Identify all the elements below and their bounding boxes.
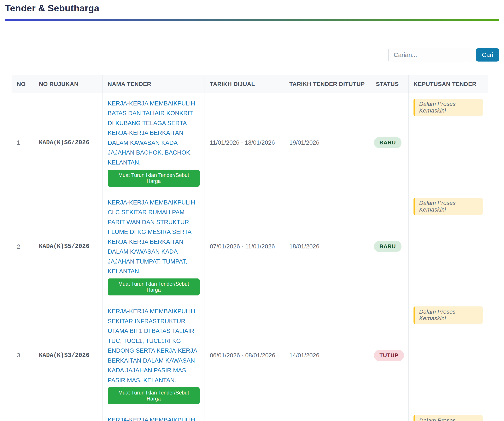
table-body: 1 KADA(K)S6/2026 KERJA-KERJA MEMBAIKPULI… — [12, 93, 488, 421]
decision-cell: Dalam Proses Kemaskini — [408, 93, 488, 192]
tender-name-cell: KERJA-KERJA MEMBAIKPULIH TEBING RUNTUH D… — [103, 410, 205, 421]
table-row: 4 KADA(K)S4/2026 KERJA-KERJA MEMBAIKPULI… — [12, 410, 488, 421]
date-closed-cell: 19/01/2026 — [284, 93, 371, 192]
reference-number-cell: KADA(K)S5/2026 — [34, 192, 102, 301]
decision-badge: Dalam Proses Kemaskini — [414, 306, 483, 324]
table-row: 2 KADA(K)S5/2026 KERJA-KERJA MEMBAIKPULI… — [12, 192, 488, 301]
reference-number-cell: KADA(K)S4/2026 — [34, 410, 102, 421]
col-header-keputusan: KEPUTUSAN TENDER — [408, 75, 488, 93]
search-toolbar: Cari — [5, 48, 499, 62]
status-badge: TUTUP — [374, 350, 404, 361]
status-cell: TUTUP — [371, 301, 408, 410]
tender-name-cell: KERJA-KERJA MEMBAIKPULIH BATAS DAN TALIA… — [103, 93, 205, 192]
tender-name-link[interactable]: KERJA-KERJA MEMBAIKPULIH BATAS DAN TALIA… — [108, 99, 200, 168]
reference-number-cell: KADA(K)S3/2026 — [34, 301, 102, 410]
table-row: 3 KADA(K)S3/2026 KERJA-KERJA MEMBAIKPULI… — [12, 301, 488, 410]
tender-name-link[interactable]: KERJA-KERJA MEMBAIKPULIH SEKITAR INFRAST… — [108, 306, 200, 385]
search-button[interactable]: Cari — [476, 48, 499, 61]
decision-badge: Dalam Proses Kemaskini — [414, 415, 483, 421]
tender-table: NO NO RUJUKAN NAMA TENDER TARIKH DIJUAL … — [12, 75, 488, 421]
decision-cell: Dalam Proses Kemaskini — [408, 192, 488, 301]
col-header-tarikh-dijual: TARIKH DIJUAL — [205, 75, 284, 93]
col-header-no: NO — [12, 75, 34, 93]
date-sold-cell: 07/01/2026 - 11/01/2026 — [205, 192, 284, 301]
col-header-nama-tender: NAMA TENDER — [103, 75, 205, 93]
tender-name-cell: KERJA-KERJA MEMBAIKPULIH SEKITAR INFRAST… — [103, 301, 205, 410]
table-row: 1 KADA(K)S6/2026 KERJA-KERJA MEMBAIKPULI… — [12, 93, 488, 192]
col-header-status: STATUS — [371, 75, 408, 93]
search-input[interactable] — [389, 48, 472, 62]
date-sold-cell: 06/01/2026 - 08/01/2026 — [205, 410, 284, 421]
status-badge: BARU — [374, 137, 402, 148]
date-closed-cell: 18/01/2026 — [284, 192, 371, 301]
reference-number-cell: KADA(K)S6/2026 — [34, 93, 102, 192]
status-cell: BARU — [371, 192, 408, 301]
row-number-cell: 2 — [12, 192, 34, 301]
decision-badge: Dalam Proses Kemaskini — [414, 198, 483, 215]
row-number-cell: 1 — [12, 93, 34, 192]
download-tender-button[interactable]: Muat Turun Iklan Tender/Sebut Harga — [108, 387, 200, 404]
row-number-cell: 3 — [12, 301, 34, 410]
date-sold-cell: 06/01/2026 - 08/01/2026 — [205, 301, 284, 410]
table-header-row: NO NO RUJUKAN NAMA TENDER TARIKH DIJUAL … — [12, 75, 488, 93]
decision-cell: Dalam Proses Kemaskini — [408, 410, 488, 421]
download-tender-button[interactable]: Muat Turun Iklan Tender/Sebut Harga — [108, 278, 200, 295]
decision-cell: Dalam Proses Kemaskini — [408, 301, 488, 410]
tender-page: Tender & Sebutharga Cari NO NO RUJUKAN N… — [0, 0, 504, 421]
page-title: Tender & Sebutharga — [5, 3, 499, 14]
tender-name-link[interactable]: KERJA-KERJA MEMBAIKPULIH TEBING RUNTUH D… — [108, 415, 200, 421]
row-number-cell: 4 — [12, 410, 34, 421]
tender-name-link[interactable]: KERJA-KERJA MEMBAIKPULIH CLC SEKITAR RUM… — [108, 198, 200, 276]
date-closed-cell: 14/01/2026 — [284, 301, 371, 410]
col-header-tarikh-ditutup: TARIKH TENDER DITUTUP — [284, 75, 371, 93]
status-cell: TUTUP — [371, 410, 408, 421]
title-gradient-rule — [5, 19, 499, 21]
tender-table-wrap: NO NO RUJUKAN NAMA TENDER TARIKH DIJUAL … — [12, 75, 488, 421]
status-cell: BARU — [371, 93, 408, 192]
date-closed-cell: 14/01/2026 — [284, 410, 371, 421]
status-badge: BARU — [374, 241, 402, 252]
date-sold-cell: 11/01/2026 - 13/01/2026 — [205, 93, 284, 192]
tender-name-cell: KERJA-KERJA MEMBAIKPULIH CLC SEKITAR RUM… — [103, 192, 205, 301]
col-header-no-rujukan: NO RUJUKAN — [34, 75, 102, 93]
download-tender-button[interactable]: Muat Turun Iklan Tender/Sebut Harga — [108, 170, 200, 187]
decision-badge: Dalam Proses Kemaskini — [414, 99, 483, 116]
